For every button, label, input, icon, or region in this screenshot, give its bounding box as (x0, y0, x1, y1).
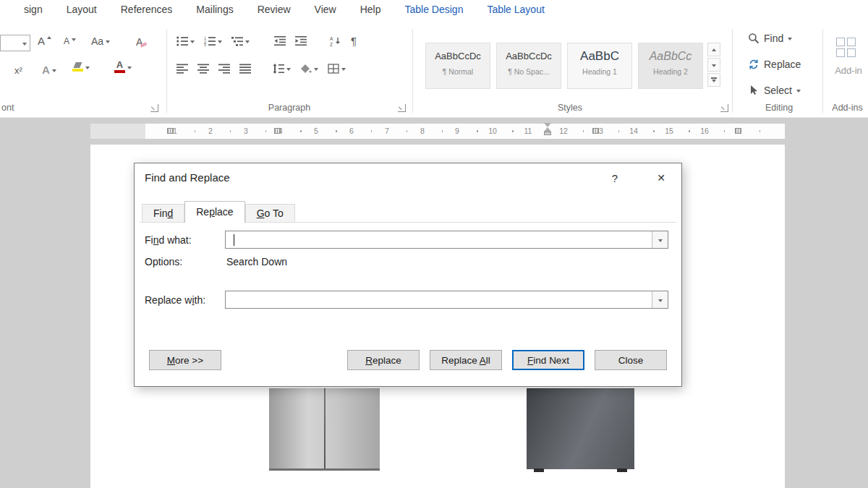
find-button[interactable]: Find (748, 33, 792, 44)
font-color-button[interactable]: A (114, 61, 132, 73)
tab-find[interactable]: Find (142, 204, 184, 223)
paragraph-dialog-launcher[interactable] (398, 104, 406, 112)
style-card-no-spacing[interactable]: AaBbCcDc¶ No Spac... (496, 43, 561, 89)
table-column-marker[interactable] (274, 128, 281, 134)
justify-button[interactable] (239, 64, 251, 74)
styles-group-label: Styles (420, 103, 720, 113)
label-part: lace (215, 206, 234, 218)
align-center-button[interactable] (197, 64, 209, 74)
tab-design-partial[interactable]: sign (24, 4, 43, 15)
tab-help[interactable]: Help (360, 4, 381, 15)
svg-text:A: A (330, 36, 333, 41)
caret-up-icon (47, 36, 51, 39)
add-ins-icon[interactable] (836, 38, 856, 57)
find-what-dropdown-button[interactable] (652, 231, 668, 248)
text-effects-button[interactable]: A (42, 64, 56, 76)
find-what-input[interactable] (227, 232, 647, 247)
label-part: A (64, 36, 69, 46)
show-paragraph-marks-button[interactable]: ¶ (351, 35, 357, 47)
borders-grid-icon (328, 64, 339, 74)
ruler-number: 8 (420, 127, 425, 135)
close-button[interactable]: Close (595, 350, 667, 370)
search-icon (748, 33, 760, 44)
styles-dialog-launcher[interactable] (720, 104, 728, 112)
replace-button-dialog[interactable]: Replace (347, 350, 420, 370)
table-column-marker[interactable] (167, 128, 174, 134)
label-part: G (257, 207, 265, 219)
replace-button[interactable]: Replace (748, 59, 801, 70)
align-right-button[interactable] (218, 64, 230, 74)
clear-formatting-button[interactable]: A (136, 36, 142, 48)
change-case-button[interactable]: Aa (91, 35, 110, 47)
shrink-font-button[interactable]: A (64, 36, 76, 46)
ruler-number: 11 (524, 127, 532, 135)
tab-replace[interactable]: Replace (184, 201, 244, 223)
line-spacing-button[interactable] (273, 64, 291, 74)
ruler-margin-area (90, 124, 145, 139)
increase-indent-button[interactable] (295, 36, 307, 46)
word-window: sign Layout References Mailings Review V… (0, 0, 868, 488)
bullets-button[interactable] (176, 36, 195, 46)
dialog-close-icon[interactable]: ✕ (650, 168, 673, 187)
align-left-button[interactable] (176, 64, 188, 74)
tab-layout[interactable]: Layout (67, 4, 97, 15)
tab-go-to[interactable]: Go To (245, 204, 295, 223)
dialog-tabs: Find Replace Go To (142, 201, 295, 223)
label-part: Aa (91, 35, 103, 47)
sort-button[interactable]: AZ (330, 36, 341, 46)
ruler-number: 7 (385, 127, 389, 135)
style-preview: AaBbCcDc (426, 49, 490, 64)
label-part: eplace (373, 355, 401, 366)
find-label: Find (764, 33, 783, 44)
highlight-color-button[interactable] (72, 62, 90, 72)
tab-references[interactable]: References (121, 4, 173, 15)
document-image-fridge-left[interactable] (269, 388, 380, 471)
label-part: ll (486, 355, 490, 366)
gallery-more-button[interactable] (707, 73, 720, 87)
dialog-help-button[interactable]: ? (606, 170, 624, 187)
tab-table-design[interactable]: Table Design (404, 4, 463, 15)
chevron-down-icon (52, 69, 56, 72)
style-card-normal[interactable]: AaBbCcDc¶ Normal (425, 43, 490, 89)
borders-button[interactable] (328, 64, 346, 74)
left-indent-handle[interactable] (544, 132, 551, 135)
tab-review[interactable]: Review (258, 4, 291, 15)
label-part: A (480, 355, 486, 366)
grow-font-button[interactable]: A (38, 35, 51, 47)
select-cursor-icon (748, 85, 760, 96)
style-preview: AaBbCcDc (497, 49, 561, 64)
select-button[interactable]: Select (748, 85, 801, 96)
table-column-marker[interactable] (735, 128, 741, 134)
numbering-button[interactable]: 123 (204, 36, 222, 46)
chevron-down-icon (314, 68, 318, 71)
multilevel-list-button[interactable] (231, 36, 250, 46)
document-image-fridge-right[interactable] (527, 388, 634, 469)
tab-table-layout[interactable]: Table Layout (487, 4, 544, 15)
style-card-heading2[interactable]: AaBbCcHeading 2 (638, 43, 703, 89)
gallery-scroll-down-button[interactable] (707, 58, 720, 72)
style-card-heading1[interactable]: AaBbCHeading 1 (567, 43, 632, 89)
font-dialog-launcher[interactable] (150, 104, 158, 112)
more-bar (711, 77, 717, 79)
superscript-button[interactable]: x² (14, 65, 22, 76)
shading-button[interactable] (300, 64, 318, 74)
caret-down-icon (72, 38, 76, 41)
gallery-scroll-up-button[interactable] (707, 43, 720, 56)
tab-mailings[interactable]: Mailings (196, 4, 233, 15)
replace-all-button[interactable]: Replace All (430, 350, 502, 370)
replace-with-input[interactable] (227, 292, 647, 307)
replace-with-dropdown-button[interactable] (652, 291, 668, 308)
ruler-number: 14 (629, 127, 638, 135)
label-part: A (116, 61, 123, 69)
tab-view[interactable]: View (315, 4, 336, 15)
grid-square (847, 48, 856, 57)
find-next-button[interactable]: Find Next (512, 350, 584, 370)
style-preview: AaBbC (568, 49, 631, 64)
more-button[interactable]: More >> (149, 350, 221, 370)
ribbon-tab-bar: sign Layout References Mailings Review V… (0, 0, 868, 19)
dialog-title[interactable]: Find and Replace (145, 171, 230, 184)
indent-marker[interactable] (544, 123, 551, 135)
font-size-combo[interactable] (0, 35, 30, 51)
table-column-marker[interactable] (592, 128, 599, 134)
decrease-indent-button[interactable] (274, 36, 286, 46)
